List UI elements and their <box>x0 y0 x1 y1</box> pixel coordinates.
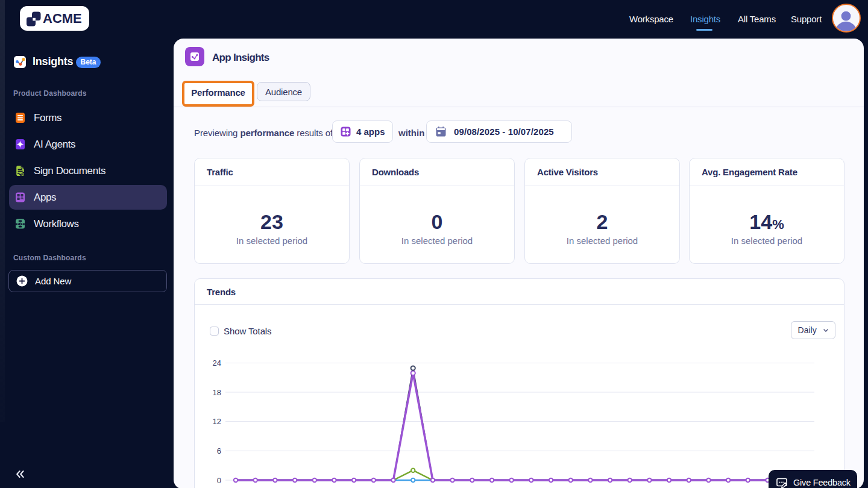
svg-text:18: 18 <box>213 388 221 397</box>
svg-text:24: 24 <box>213 358 221 368</box>
svg-text:6: 6 <box>217 446 221 455</box>
svg-text:12: 12 <box>213 417 221 426</box>
svg-text:0: 0 <box>217 476 221 485</box>
